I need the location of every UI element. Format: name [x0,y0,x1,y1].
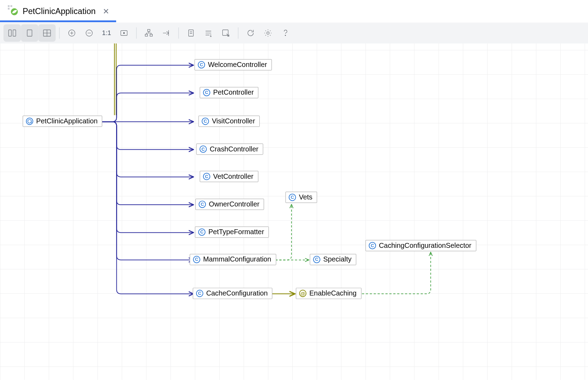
zoom-out-button[interactable] [80,24,98,42]
svg-rect-9 [8,8,9,9]
editor-tabbar: PetClinicApplication ✕ [0,0,588,22]
layout-grid-button[interactable] [38,24,56,42]
svg-rect-25 [145,34,148,36]
node-label: CachingConfigurationSelector [379,242,472,249]
diagram-canvas[interactable]: PetClinicApplication WelcomeController P… [0,43,588,380]
node-label: PetClinicApplication [36,117,98,125]
show-doc-button[interactable] [182,24,200,42]
separator [238,27,238,39]
node-label: PetController [213,89,254,96]
node-visit-controller[interactable]: VisitController [198,116,260,127]
layout-single-button[interactable] [21,24,39,42]
svg-point-42 [267,32,269,34]
node-label: OwnerController [209,201,259,208]
zoom-in-button[interactable] [63,24,81,42]
svg-rect-26 [150,34,152,36]
node-cache-configuration[interactable]: CacheConfiguration [193,288,272,299]
node-label: VisitController [212,117,255,125]
node-caching-configuration-selector[interactable]: CachingConfigurationSelector [366,240,476,251]
spring-flask-icon [7,4,18,18]
node-label: WelcomeController [208,61,267,69]
node-label: CacheConfiguration [206,290,268,297]
node-specialty[interactable]: Specialty [310,254,356,265]
diagram-toolbar: 1:1 [0,22,588,43]
node-mammal-configuration[interactable]: MammalConfiguration [190,254,276,265]
node-label: VetController [213,172,254,180]
edges-layer [0,43,588,380]
svg-rect-33 [189,30,194,36]
svg-rect-11 [8,30,11,36]
node-crash-controller[interactable]: CrashController [196,143,263,155]
node-label: PetTypeFormatter [208,228,264,236]
node-pet-controller[interactable]: PetController [200,87,259,98]
svg-point-23 [123,32,125,33]
svg-rect-24 [148,29,150,31]
node-vet-controller[interactable]: VetController [200,171,258,182]
settings-button[interactable] [259,24,277,42]
node-enable-caching[interactable]: EnableCaching [296,288,361,299]
separator [178,27,179,39]
node-label: CrashController [210,145,259,153]
close-icon[interactable]: ✕ [103,6,109,16]
node-label: Vets [299,194,313,201]
fit-screen-button[interactable] [115,24,133,42]
node-vets[interactable]: Vets [285,192,317,203]
svg-rect-12 [13,30,16,36]
tab-title: PetClinicApplication [22,6,95,16]
editor-tab[interactable]: PetClinicApplication ✕ [0,0,116,22]
svg-rect-8 [11,5,12,7]
separator [136,27,136,39]
separator [59,27,60,39]
node-owner-controller[interactable]: OwnerController [195,199,265,210]
svg-point-43 [285,35,286,36]
node-pet-type-formatter[interactable]: PetTypeFormatter [195,226,269,238]
node-label: MammalConfiguration [203,256,271,263]
node-label: Specialty [323,256,352,263]
refresh-button[interactable] [242,24,259,42]
edit-labels-button[interactable] [200,24,217,42]
node-root[interactable]: PetClinicApplication [22,116,102,127]
node-label: EnableCaching [309,290,357,297]
help-button[interactable] [277,24,294,42]
tree-layout-button[interactable] [140,24,158,42]
layout-columns-button[interactable] [4,24,21,42]
svg-rect-13 [27,30,32,36]
svg-rect-7 [8,5,9,7]
route-edges-button[interactable] [158,24,175,42]
node-welcome-controller[interactable]: WelcomeController [194,59,272,70]
export-button[interactable] [217,24,235,42]
zoom-ratio[interactable]: 1:1 [98,29,115,36]
